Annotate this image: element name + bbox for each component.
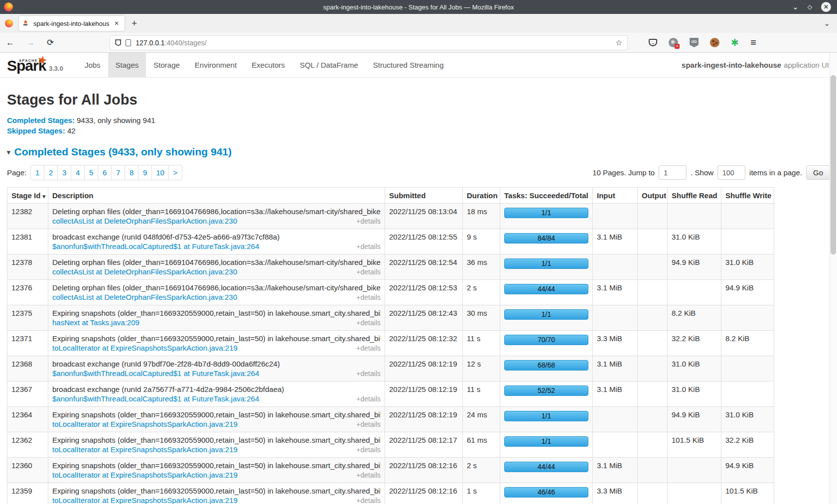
details-toggle[interactable]: +details	[356, 319, 381, 327]
forward-icon[interactable]: →	[20, 38, 41, 48]
items-per-page-input[interactable]	[717, 165, 745, 180]
details-toggle[interactable]: +details	[356, 293, 381, 301]
window-minimize-icon[interactable]: ⌄	[792, 4, 799, 9]
output-cell	[638, 331, 668, 356]
stage-callsite-link[interactable]: toLocalIterator at ExpireSnapshotsSparkA…	[52, 471, 238, 479]
stage-description: broadcast exchange (runId 97bdf70e-2f28-…	[52, 360, 381, 368]
stage-callsite-link[interactable]: toLocalIterator at ExpireSnapshotsSparkA…	[52, 496, 238, 504]
pocket-icon[interactable]: ⌄	[649, 39, 657, 46]
jump-to-page-input[interactable]	[659, 165, 687, 180]
nav-tab-storage[interactable]: Storage	[146, 53, 187, 77]
page-button-9[interactable]: 9	[138, 165, 152, 180]
browser-tab[interactable]: spark-ingest-into-lakehous ✕	[19, 16, 125, 31]
details-toggle[interactable]: +details	[356, 344, 381, 352]
tab-overflow-icon[interactable]: ⌄	[824, 19, 830, 28]
page-button-7[interactable]: 7	[111, 165, 125, 180]
description-cell: Expiring snapshots (older_than=166932055…	[48, 305, 385, 331]
shuffle-read-cell: 94.9 KiB	[668, 254, 721, 280]
tasks-progress-bar: 84/84	[504, 233, 588, 244]
stage-callsite-link[interactable]: $anonfun$withThreadLocalCaptured$1 at Fu…	[52, 394, 259, 403]
page-button-2[interactable]: 2	[44, 165, 58, 180]
col-tasks[interactable]: Tasks: Succeeded/Total	[500, 188, 593, 204]
details-toggle[interactable]: +details	[356, 497, 381, 504]
completed-stages-section-toggle[interactable]: ▾ Completed Stages (9433, only showing 9…	[7, 146, 830, 158]
tab-close-icon[interactable]: ✕	[113, 19, 121, 28]
stage-callsite-link[interactable]: $anonfun$withThreadLocalCaptured$1 at Fu…	[52, 242, 259, 251]
nav-tab-sql-dataframe[interactable]: SQL / DataFrame	[292, 53, 366, 77]
col-stage-id[interactable]: Stage Id ▾	[7, 188, 48, 204]
details-toggle[interactable]: +details	[356, 471, 381, 479]
firefox-view-icon[interactable]	[5, 19, 13, 27]
shuffle-write-cell: 8.2 KiB	[721, 331, 774, 356]
col-output[interactable]: Output	[638, 188, 668, 204]
page-button-6[interactable]: 6	[98, 165, 112, 180]
stage-callsite-link[interactable]: collectAsList at DeleteOrphanFilesSparkA…	[52, 267, 237, 276]
duration-cell: 24 ms	[463, 407, 500, 432]
details-toggle[interactable]: +details	[356, 446, 381, 454]
nav-tab-executors[interactable]: Executors	[244, 53, 292, 77]
tracking-protection-shield-icon[interactable]	[115, 39, 121, 46]
col-input[interactable]: Input	[593, 188, 638, 204]
menu-icon[interactable]: ≡	[750, 37, 756, 48]
stage-table-row: 12362 Expiring snapshots (older_than=166…	[7, 432, 774, 458]
page-button-10[interactable]: 10	[151, 165, 169, 180]
nav-tab-structured-streaming[interactable]: Structured Streaming	[366, 53, 451, 77]
page-button-4[interactable]: 4	[71, 165, 85, 180]
window-maximize-icon[interactable]: ◇	[808, 3, 812, 10]
col-submitted[interactable]: Submitted	[385, 188, 463, 204]
details-toggle[interactable]: +details	[356, 420, 381, 428]
reload-icon[interactable]: ⟳	[41, 37, 60, 48]
details-toggle[interactable]: +details	[356, 268, 381, 276]
url-bar[interactable]: 127.0.0.1:4040/stages/ ☆	[110, 35, 628, 50]
stage-callsite-link[interactable]: $anonfun$withThreadLocalCaptured$1 at Fu…	[52, 369, 259, 378]
details-toggle[interactable]: +details	[356, 217, 381, 225]
stage-id-cell: 12367	[7, 381, 48, 407]
spark-logo[interactable]: APACHE Spark ★ 3.3.0	[0, 53, 63, 77]
col-shuffle-read[interactable]: Shuffle Read	[668, 188, 721, 204]
back-icon[interactable]: ←	[0, 38, 20, 48]
cookie-extension-icon[interactable]	[710, 38, 719, 47]
input-cell: 3.3 MiB	[593, 483, 638, 504]
shuffle-read-cell: 31.0 KiB	[668, 229, 721, 254]
stage-callsite-link[interactable]: collectAsList at DeleteOrphanFilesSparkA…	[52, 293, 237, 301]
details-toggle[interactable]: +details	[356, 395, 381, 403]
details-toggle[interactable]: +details	[356, 370, 381, 378]
col-description[interactable]: Description	[48, 188, 385, 204]
url-text[interactable]: 127.0.0.1:4040/stages/	[136, 39, 611, 47]
new-tab-button[interactable]: +	[132, 18, 137, 29]
stage-callsite-link[interactable]: collectAsList at DeleteOrphanFilesSparkA…	[52, 217, 237, 225]
account-container-icon[interactable]	[669, 38, 678, 47]
col-duration[interactable]: Duration	[463, 188, 500, 204]
ublock-shield-icon[interactable]: UO	[690, 38, 698, 47]
nav-tab-environment[interactable]: Environment	[187, 53, 244, 77]
extension-asterisk-icon[interactable]: ✱	[731, 37, 739, 48]
stage-callsite-link[interactable]: hasNext at Tasks.java:209	[52, 318, 140, 327]
page-button->[interactable]: >	[168, 165, 182, 180]
stage-callsite-link[interactable]: toLocalIterator at ExpireSnapshotsSparkA…	[52, 445, 238, 454]
description-cell: Expiring snapshots (older_than=166932055…	[48, 458, 385, 483]
submitted-cell: 2022/11/25 08:12:55	[385, 229, 463, 254]
page-button-5[interactable]: 5	[84, 165, 98, 180]
pagination: 12345678910>	[30, 165, 182, 180]
details-toggle[interactable]: +details	[356, 243, 381, 251]
stage-description: Deleting orphan files (older_than=166910…	[52, 258, 381, 266]
output-cell	[638, 229, 668, 254]
tasks-progress-bar: 68/68	[504, 360, 588, 371]
shuffle-write-cell	[721, 229, 774, 254]
stage-callsite-link[interactable]: toLocalIterator at ExpireSnapshotsSparkA…	[52, 420, 238, 428]
page-button-1[interactable]: 1	[30, 165, 44, 180]
go-button[interactable]: Go	[806, 165, 830, 180]
page-scrollbar[interactable]	[830, 53, 837, 504]
duration-cell: 30 ms	[463, 305, 500, 331]
scrollbar-thumb[interactable]	[831, 75, 836, 254]
bookmark-star-icon[interactable]: ☆	[615, 38, 622, 47]
window-close-icon[interactable]: ✕	[821, 2, 831, 12]
nav-tab-jobs[interactable]: Jobs	[77, 53, 108, 77]
page-button-3[interactable]: 3	[57, 165, 71, 180]
col-shuffle-write[interactable]: Shuffle Write	[721, 188, 774, 204]
page-button-8[interactable]: 8	[125, 165, 139, 180]
page-info-icon[interactable]	[126, 39, 131, 46]
tasks-cell: 84/84	[500, 229, 593, 254]
stage-callsite-link[interactable]: toLocalIterator at ExpireSnapshotsSparkA…	[52, 344, 238, 352]
nav-tab-stages[interactable]: Stages	[108, 53, 146, 77]
